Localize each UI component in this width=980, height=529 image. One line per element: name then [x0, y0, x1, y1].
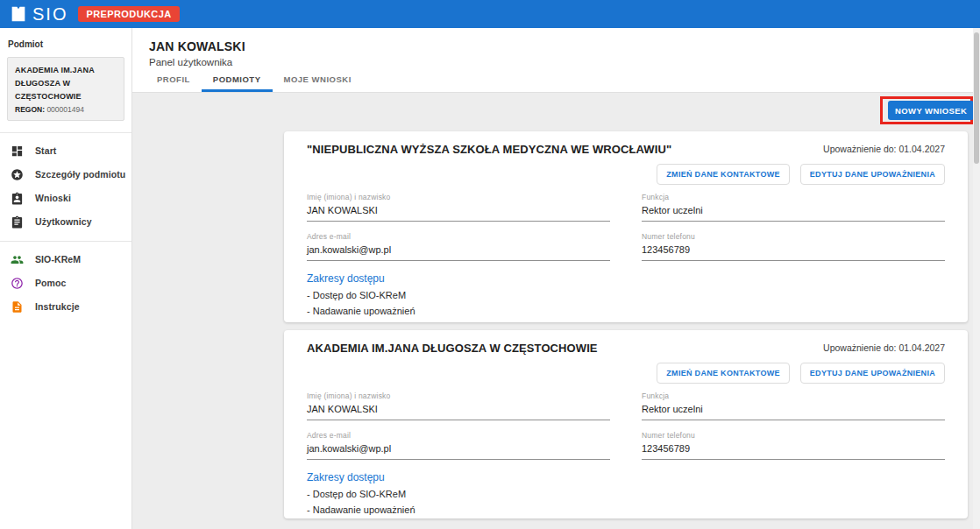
sidebar-item-uzytkownicy[interactable]: Użytkownicy: [0, 210, 131, 234]
card-buttons: ZMIEŃ DANE KONTAKTOWE EDYTUJ DANE UPOWAŻ…: [307, 363, 945, 384]
authorization-card: "NIEPUBLICZNA WYŻSZA SZKOŁA MEDYCZNA WE …: [284, 131, 968, 322]
tab-podmioty[interactable]: PODMIOTY: [202, 67, 273, 92]
sio-logo-icon: [9, 4, 28, 24]
authorization-valid-until: Upoważnienie do: 01.04.2027: [823, 342, 945, 353]
field-label: Numer telefonu: [642, 232, 945, 241]
name-field[interactable]: JAN KOWALSKI: [307, 400, 610, 420]
field-label: Numer telefonu: [642, 431, 945, 440]
authorization-valid-until: Upoważnienie do: 01.04.2027: [823, 143, 945, 154]
sidebar-item-sio-krem[interactable]: SIO-KReM: [0, 248, 131, 272]
field-phone: Numer telefonu 123456789: [642, 232, 945, 261]
field-label: Imię (imiona) i nazwisko: [307, 193, 610, 201]
access-scope-item: - Dostęp do SIO-KReM: [307, 489, 945, 499]
change-contact-button[interactable]: ZMIEŃ DANE KONTAKTOWE: [657, 164, 789, 185]
field-name: Imię (imiona) i nazwisko JAN KOWALSKI: [307, 391, 610, 420]
access-scope-item: - Nadawanie upoważnień: [307, 306, 945, 316]
sidebar-item-pomoc[interactable]: Pomoc: [0, 272, 131, 295]
field-label: Imię (imiona) i nazwisko: [307, 391, 610, 400]
sio-logo-text: SIO: [32, 5, 67, 23]
page-header: JAN KOWALSKI Panel użytkownika PROFIL PO…: [132, 28, 973, 93]
card-title: AKADEMIA IM.JANA DŁUGOSZA W CZĘSTOCHOWIE: [307, 342, 610, 355]
field-function: Funkcja Rektor uczelni: [642, 193, 945, 222]
tab-profil[interactable]: PROFIL: [146, 67, 202, 92]
sio-logo[interactable]: SIO: [9, 4, 67, 24]
sidebar-nav-secondary: SIO-KReM Pomoc Instrukcje: [0, 242, 131, 319]
document-icon: [11, 300, 24, 314]
card-head: "NIEPUBLICZNA WYŻSZA SZKOŁA MEDYCZNA WE …: [307, 143, 945, 156]
sidebar-item-label: Użytkownicy: [35, 216, 92, 227]
access-scope-item: - Nadawanie upoważnień: [307, 504, 945, 515]
card-head: AKADEMIA IM.JANA DŁUGOSZA W CZĘSTOCHOWIE…: [307, 342, 945, 355]
field-label: Funkcja: [642, 193, 945, 201]
regon-value: 000001494: [46, 105, 84, 114]
function-field[interactable]: Rektor uczelni: [642, 400, 945, 420]
tab-moje-wnioski[interactable]: MOJE WNIOSKI: [273, 67, 363, 92]
edit-authorization-button[interactable]: EDYTUJ DANE UPOWAŻNIENIA: [800, 363, 945, 384]
people-icon: [11, 253, 24, 266]
edit-authorization-button[interactable]: EDYTUJ DANE UPOWAŻNIENIA: [800, 164, 945, 185]
authorization-card: AKADEMIA IM.JANA DŁUGOSZA W CZĘSTOCHOWIE…: [284, 330, 968, 518]
dashboard-icon: [11, 145, 24, 158]
sidebar-section-label: Podmiot: [0, 28, 131, 57]
card-fields: Imię (imiona) i nazwisko JAN KOWALSKI Fu…: [307, 193, 945, 272]
top-app-bar: SIO PREPRODUKCJA: [0, 0, 980, 28]
access-scopes-title: Zakresy dostępu: [307, 272, 945, 285]
sidebar-item-wnioski[interactable]: Wnioski: [0, 187, 131, 210]
sidebar-item-label: Start: [35, 145, 56, 156]
field-email: Adres e-mail jan.kowalski@wp.pl: [307, 431, 610, 460]
assignment-list-icon: [11, 215, 24, 229]
field-function: Funkcja Rektor uczelni: [642, 391, 945, 420]
star-circle-icon: [11, 168, 24, 181]
sidebar-item-label: SIO-KReM: [35, 254, 81, 264]
card-buttons: ZMIEŃ DANE KONTAKTOWE EDYTUJ DANE UPOWAŻ…: [307, 164, 945, 185]
current-entity-name: AKADEMIA IM.JANA DŁUGOSZA W CZĘSTOCHOWIE: [15, 64, 117, 103]
access-scope-item: - Dostęp do SIO-KReM: [307, 290, 945, 300]
phone-field[interactable]: 123456789: [642, 440, 945, 460]
regon-label: REGON:: [15, 105, 45, 114]
sidebar-item-label: Pomoc: [35, 278, 67, 288]
page-title: JAN KOWALSKI: [132, 28, 973, 53]
name-field[interactable]: JAN KOWALSKI: [307, 201, 610, 222]
access-scopes-title: Zakresy dostępu: [307, 471, 945, 483]
assignment-person-icon: [11, 192, 24, 205]
tab-bar: PROFIL PODMIOTY MOJE WNIOSKI: [146, 67, 363, 92]
sidebar-item-start[interactable]: Start: [0, 139, 131, 163]
field-phone: Numer telefonu 123456789: [642, 431, 945, 460]
new-request-button[interactable]: NOWY WNIOSEK: [888, 101, 974, 120]
current-entity-regon: REGON: 000001494: [15, 105, 117, 114]
card-fields: Imię (imiona) i nazwisko JAN KOWALSKI Fu…: [307, 391, 945, 470]
field-label: Funkcja: [642, 391, 945, 400]
sidebar-item-szczegoly-podmiotu[interactable]: Szczegóły podmiotu: [0, 163, 131, 187]
sidebar-item-label: Wnioski: [35, 193, 71, 203]
field-label: Adres e-mail: [307, 232, 610, 241]
change-contact-button[interactable]: ZMIEŃ DANE KONTAKTOWE: [657, 363, 789, 384]
help-icon: [11, 277, 24, 290]
sidebar-nav-primary: Start Szczegóły podmiotu Wnioski Użytkow…: [0, 133, 131, 234]
sidebar: Podmiot AKADEMIA IM.JANA DŁUGOSZA W CZĘS…: [0, 28, 132, 529]
email-field[interactable]: jan.kowalski@wp.pl: [307, 241, 610, 261]
current-entity-box[interactable]: AKADEMIA IM.JANA DŁUGOSZA W CZĘSTOCHOWIE…: [7, 57, 124, 121]
sidebar-item-label: Szczegóły podmiotu: [35, 169, 125, 180]
scrollbar-thumb[interactable]: [974, 32, 979, 164]
field-label: Adres e-mail: [307, 431, 610, 440]
function-field[interactable]: Rektor uczelni: [642, 201, 945, 222]
phone-field[interactable]: 123456789: [642, 241, 945, 261]
card-title: "NIEPUBLICZNA WYŻSZA SZKOŁA MEDYCZNA WE …: [307, 143, 684, 156]
email-field[interactable]: jan.kowalski@wp.pl: [307, 440, 610, 460]
page-subtitle: Panel użytkownika: [132, 53, 973, 67]
sidebar-item-label: Instrukcje: [35, 301, 80, 312]
environment-badge: PREPRODUKCJA: [78, 6, 179, 22]
field-email: Adres e-mail jan.kowalski@wp.pl: [307, 232, 610, 261]
sidebar-item-instrukcje[interactable]: Instrukcje: [0, 295, 131, 319]
scrollbar[interactable]: [973, 28, 980, 529]
field-name: Imię (imiona) i nazwisko JAN KOWALSKI: [307, 193, 610, 222]
